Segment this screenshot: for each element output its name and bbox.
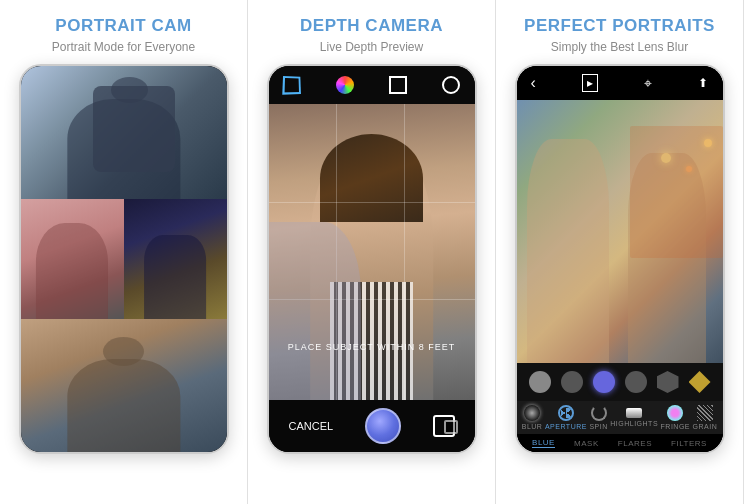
portrait3-photo	[517, 100, 723, 363]
panel2-subtitle: Live Depth Preview	[320, 40, 423, 54]
photo-woman	[21, 199, 124, 320]
aperture-icon	[558, 405, 574, 421]
person-icon[interactable]: ⌖	[644, 75, 652, 92]
bottom-tab-filters[interactable]: FILTERS	[671, 439, 707, 448]
grain-icon	[697, 405, 713, 421]
panel1-subtitle: Portrait Mode for Everyone	[52, 40, 195, 54]
bottom-tab-mask[interactable]: MASK	[574, 439, 599, 448]
tab-spin[interactable]: SPIN	[589, 405, 607, 430]
shape-circle-dark[interactable]	[625, 371, 647, 393]
share-icon[interactable]: ⬆	[698, 76, 708, 90]
photo-skater	[21, 66, 227, 199]
photo-skater-cell	[21, 66, 227, 199]
spin-label: SPIN	[589, 423, 607, 430]
portrait-row-1	[21, 66, 227, 199]
photo-beard-cell	[21, 319, 227, 452]
panel-perfect-portraits: PERFECT PORTRAITS Simply the Best Lens B…	[496, 0, 744, 504]
back-icon[interactable]: ‹	[531, 74, 536, 92]
phone-frame-1	[19, 64, 229, 454]
blur-label: BLUR	[522, 423, 543, 430]
gallery-icon[interactable]	[433, 415, 455, 437]
bottom-bar: BLUE MASK FLARES FILTERS	[517, 434, 723, 452]
panel-portrait-cam: PORTRAIT CAM Portrait Mode for Everyone	[0, 0, 248, 504]
photo-night-cell	[124, 199, 227, 320]
panel3-subtitle: Simply the Best Lens Blur	[551, 40, 688, 54]
photo-woman-cell	[21, 199, 124, 320]
portrait-row-3	[21, 319, 227, 452]
depth-bottom-bar: CANCEL	[269, 400, 475, 452]
depth-photo-area: PLACE SUBJECT WITHIN 8 FEET	[269, 104, 475, 400]
cube-icon[interactable]	[281, 74, 303, 96]
panel3-title: PERFECT PORTRAITS	[524, 16, 715, 36]
panel2-title: DEPTH CAMERA	[300, 16, 443, 36]
shape-circle-light[interactable]	[529, 371, 551, 393]
photo-night	[124, 199, 227, 320]
tab-aperture[interactable]: APERTURE	[545, 405, 587, 430]
shapes-bar	[517, 363, 723, 401]
phone-frame-3: ‹ ▸ ⌖ ⬆	[515, 64, 725, 454]
photo-beard	[21, 319, 227, 452]
depth-place-text: PLACE SUBJECT WITHIN 8 FEET	[269, 342, 475, 352]
blur-icon	[524, 405, 540, 421]
forward-icon[interactable]: ▸	[582, 74, 598, 92]
fringe-label: FRINGE	[661, 423, 690, 430]
shape-diamond[interactable]	[689, 371, 711, 393]
aperture-label: APERTURE	[545, 423, 587, 430]
tab-fringe[interactable]: FRINGE	[661, 405, 690, 430]
edit-tabs: BLUR APERTURE SPIN HIGHLIGHTS FRINGE	[517, 401, 723, 434]
bottom-tab-blue[interactable]: BLUE	[532, 438, 555, 448]
highlights-icon	[626, 408, 642, 418]
cancel-button[interactable]: CANCEL	[289, 420, 334, 432]
shape-hexagon[interactable]	[657, 371, 679, 393]
depth-camera-screen: PLACE SUBJECT WITHIN 8 FEET CANCEL	[269, 66, 475, 452]
spin-icon	[591, 405, 607, 421]
depth-silhouette	[269, 222, 362, 400]
palette-icon[interactable]	[334, 74, 356, 96]
portrait-grid	[21, 66, 227, 452]
panel1-title: PORTRAIT CAM	[55, 16, 191, 36]
portrait3-screen: ‹ ▸ ⌖ ⬆	[517, 66, 723, 452]
fringe-icon	[667, 405, 683, 421]
depth-top-bar	[269, 66, 475, 104]
shape-circle-medium[interactable]	[561, 371, 583, 393]
shape-circle-active[interactable]	[593, 371, 615, 393]
phone-frame-2: PLACE SUBJECT WITHIN 8 FEET CANCEL	[267, 64, 477, 454]
tab-blur[interactable]: BLUR	[522, 405, 543, 430]
grain-label: GRAIN	[693, 423, 718, 430]
portrait3-top-bar: ‹ ▸ ⌖ ⬆	[517, 66, 723, 100]
camera-switch-icon[interactable]	[440, 74, 462, 96]
expand-icon[interactable]	[387, 74, 409, 96]
tab-grain[interactable]: GRAIN	[693, 405, 718, 430]
highlights-label: HIGHLIGHTS	[610, 420, 658, 427]
shutter-button[interactable]	[365, 408, 401, 444]
bottom-tab-flares[interactable]: FLARES	[618, 439, 652, 448]
tab-highlights[interactable]: HIGHLIGHTS	[610, 408, 658, 427]
portrait-row-2	[21, 199, 227, 320]
panel-depth-camera: DEPTH CAMERA Live Depth Preview	[248, 0, 496, 504]
